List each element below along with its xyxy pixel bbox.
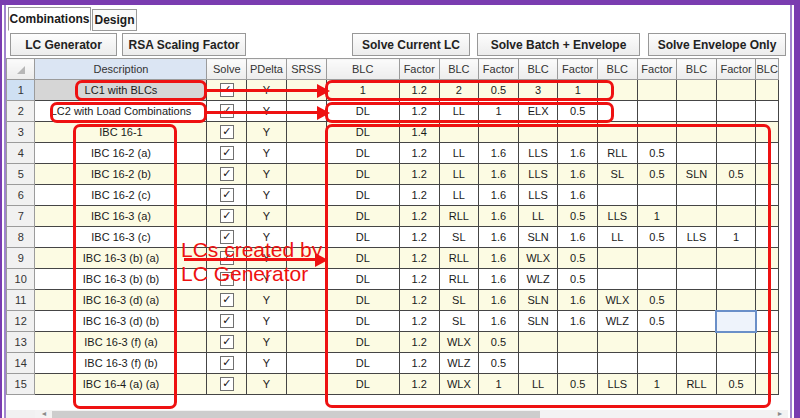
- row-number[interactable]: 5: [7, 164, 35, 185]
- row-number[interactable]: 10: [7, 269, 35, 290]
- factor-cell[interactable]: 1: [479, 374, 519, 395]
- solve-checkbox[interactable]: ✓: [220, 356, 234, 370]
- factor-cell[interactable]: [637, 332, 677, 353]
- blc-cell[interactable]: [439, 122, 479, 143]
- blc-cell-clipped[interactable]: [756, 101, 779, 122]
- solve-checkbox[interactable]: ✓: [220, 209, 234, 223]
- factor-cell[interactable]: [716, 332, 756, 353]
- factor-cell[interactable]: [716, 101, 756, 122]
- factor-cell[interactable]: [716, 353, 756, 374]
- solve-cell[interactable]: ✓: [207, 290, 247, 311]
- srss-cell[interactable]: [286, 227, 326, 248]
- solve-checkbox[interactable]: ✓: [220, 251, 234, 265]
- srss-cell[interactable]: [286, 374, 326, 395]
- solve-cell[interactable]: ✓: [207, 206, 247, 227]
- solve-cell[interactable]: ✓: [207, 185, 247, 206]
- description-cell[interactable]: IBC 16-3 (b) (b): [35, 269, 207, 290]
- solve-cell[interactable]: ✓: [207, 143, 247, 164]
- description-cell[interactable]: IBC 16-2 (a): [35, 143, 207, 164]
- blc-cell[interactable]: LLS: [598, 206, 638, 227]
- factor-cell[interactable]: 1.2: [399, 248, 439, 269]
- factor-cell[interactable]: 0.5: [479, 353, 519, 374]
- blc-cell[interactable]: RLL: [677, 374, 716, 395]
- row-number[interactable]: 13: [7, 332, 35, 353]
- blc-cell[interactable]: [677, 290, 716, 311]
- pdelta-cell[interactable]: Y: [247, 185, 287, 206]
- factor-cell[interactable]: 1.2: [399, 227, 439, 248]
- row-number[interactable]: 4: [7, 143, 35, 164]
- blc-cell[interactable]: SL: [439, 311, 479, 332]
- factor-cell[interactable]: 1.2: [399, 101, 439, 122]
- pdelta-cell[interactable]: Y: [247, 164, 287, 185]
- blc-cell[interactable]: DL: [326, 311, 399, 332]
- tab-design[interactable]: Design: [92, 9, 137, 31]
- factor-cell[interactable]: [637, 353, 677, 374]
- factor-cell[interactable]: 1.6: [479, 164, 519, 185]
- blc-cell[interactable]: LL: [439, 185, 479, 206]
- factor-cell[interactable]: [558, 122, 598, 143]
- blc-cell[interactable]: [677, 185, 716, 206]
- solve-checkbox[interactable]: ✓: [220, 272, 234, 286]
- description-cell[interactable]: IBC 16-3 (c): [35, 227, 207, 248]
- blc-cell[interactable]: DL: [326, 164, 399, 185]
- blc-cell-clipped[interactable]: [756, 353, 779, 374]
- blc-cell[interactable]: SLN: [677, 164, 716, 185]
- blc-cell[interactable]: SLN: [518, 227, 558, 248]
- solve-checkbox[interactable]: ✓: [220, 125, 234, 139]
- factor-cell[interactable]: 0.5: [637, 164, 677, 185]
- blc-cell[interactable]: WLZ: [439, 353, 479, 374]
- factor-cell[interactable]: 1.6: [558, 227, 598, 248]
- blc-cell[interactable]: [598, 80, 638, 101]
- row-number[interactable]: 12: [7, 311, 35, 332]
- pdelta-cell[interactable]: Y: [247, 122, 287, 143]
- blc-cell[interactable]: DL: [326, 332, 399, 353]
- factor-cell[interactable]: 0.5: [479, 332, 519, 353]
- factor-cell[interactable]: 1.2: [399, 332, 439, 353]
- blc-cell[interactable]: DL: [326, 185, 399, 206]
- solve-batch-envelope-button[interactable]: Solve Batch + Envelope: [477, 33, 640, 56]
- description-cell[interactable]: IBC 16-3 (b) (a): [35, 248, 207, 269]
- blc-cell[interactable]: [598, 332, 638, 353]
- row-number[interactable]: 14: [7, 353, 35, 374]
- blc-cell[interactable]: LLS: [518, 185, 558, 206]
- factor-cell[interactable]: 1.6: [558, 143, 598, 164]
- blc-cell[interactable]: 1: [326, 80, 399, 101]
- srss-cell[interactable]: [286, 206, 326, 227]
- pdelta-cell[interactable]: Y: [247, 290, 287, 311]
- factor-cell[interactable]: 0.5: [637, 290, 677, 311]
- factor-cell[interactable]: 0.5: [637, 227, 677, 248]
- factor-cell[interactable]: 1: [716, 227, 756, 248]
- blc-cell[interactable]: [677, 332, 716, 353]
- pdelta-cell[interactable]: Y: [247, 311, 287, 332]
- blc-cell[interactable]: SL: [439, 227, 479, 248]
- factor-cell[interactable]: 1.6: [479, 227, 519, 248]
- factor-cell[interactable]: [637, 80, 677, 101]
- blc-cell[interactable]: [677, 311, 716, 332]
- pdelta-cell[interactable]: Y: [247, 269, 287, 290]
- solve-checkbox[interactable]: ✓: [220, 83, 234, 97]
- row-number[interactable]: 7: [7, 206, 35, 227]
- solve-cell[interactable]: ✓: [207, 332, 247, 353]
- factor-cell[interactable]: 1.6: [479, 248, 519, 269]
- blc-cell[interactable]: DL: [326, 122, 399, 143]
- pdelta-cell[interactable]: Y: [247, 101, 287, 122]
- solve-cell[interactable]: ✓: [207, 269, 247, 290]
- blc-cell[interactable]: [677, 143, 716, 164]
- blc-cell[interactable]: [598, 101, 638, 122]
- blc-cell[interactable]: [677, 269, 716, 290]
- factor-cell[interactable]: 1.6: [479, 311, 519, 332]
- factor-cell[interactable]: [637, 101, 677, 122]
- scrollbar-right-arrow-icon[interactable]: ►: [774, 410, 786, 418]
- description-cell[interactable]: IBC 16-2 (b): [35, 164, 207, 185]
- blc-cell[interactable]: DL: [326, 206, 399, 227]
- blc-cell[interactable]: [677, 206, 716, 227]
- pdelta-cell[interactable]: Y: [247, 374, 287, 395]
- blc-cell[interactable]: LL: [598, 227, 638, 248]
- factor-cell[interactable]: 0.5: [558, 269, 598, 290]
- factor-cell[interactable]: [716, 143, 756, 164]
- blc-cell[interactable]: DL: [326, 248, 399, 269]
- solve-cell[interactable]: ✓: [207, 353, 247, 374]
- solve-cell[interactable]: ✓: [207, 80, 247, 101]
- srss-cell[interactable]: [286, 332, 326, 353]
- blc-cell-clipped[interactable]: [756, 164, 779, 185]
